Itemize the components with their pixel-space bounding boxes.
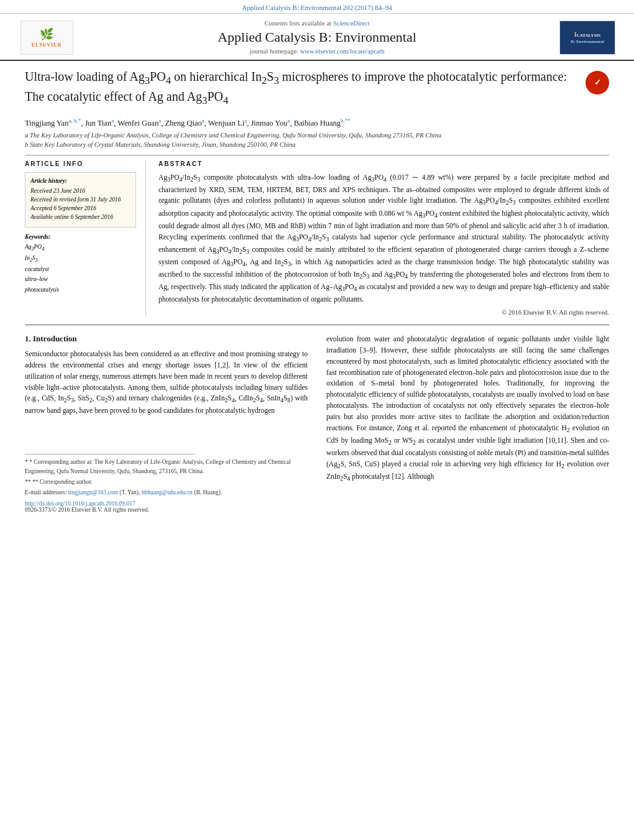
abstract-heading: ABSTRACT bbox=[158, 160, 609, 167]
crossmark-badge: ✓ bbox=[586, 71, 609, 95]
affil-1: a The Key Laboratory of Life-Organic Ana… bbox=[25, 131, 609, 141]
abstract-text: Ag3PO4/In2S3 composite photocatalysts wi… bbox=[158, 172, 609, 306]
email-2-link[interactable]: bhhuang@sdu.edu.cn bbox=[142, 489, 193, 496]
journal-logo: ICATALYSIS B: Environmental bbox=[559, 21, 615, 55]
available-online-date: Available online 6 September 2016 bbox=[30, 213, 131, 221]
footnote-1: * * Corresponding author at: The Key Lab… bbox=[25, 458, 308, 476]
header-center: Contents lists available at ScienceDirec… bbox=[75, 20, 559, 55]
intro-heading: 1. Introduction bbox=[25, 334, 308, 344]
elsevier-brand: ELSEVIER bbox=[32, 42, 62, 48]
kw-5: photocatalysis bbox=[25, 285, 136, 295]
homepage-link[interactable]: www.elsevier.com/locate/apcatb bbox=[300, 48, 385, 55]
intro-right-para: evolution from water and photocatalytic … bbox=[326, 334, 609, 484]
tree-icon: 🌿 bbox=[40, 27, 53, 41]
article-body-cols: ARTICLE INFO Article history: Received 2… bbox=[25, 160, 609, 316]
article-title: Ultra-low loading of Ag3PO4 on hierarchi… bbox=[25, 68, 586, 108]
top-banner: Applied Catalysis B: Environmental 202 (… bbox=[0, 0, 634, 14]
kw-2: In2S3 bbox=[25, 253, 136, 264]
journal-logo-label: ICATALYSIS bbox=[574, 31, 600, 38]
received-revised-date: Received in revised form 31 July 2016 bbox=[30, 195, 131, 204]
accepted-date: Accepted 6 September 2016 bbox=[30, 204, 131, 213]
intro-right-col: evolution from water and photocatalytic … bbox=[323, 334, 609, 513]
intro-left-col: 1. Introduction Semiconductor photocatal… bbox=[25, 334, 311, 513]
footnote-email: E-mail addresses: tingjiangn@163.com (T.… bbox=[25, 488, 308, 497]
footnotes-area: * * Corresponding author at: The Key Lab… bbox=[25, 454, 308, 513]
email-1-link[interactable]: tingjiangn@163.com bbox=[68, 489, 118, 496]
journal-homepage: journal homepage: www.elsevier.com/locat… bbox=[75, 48, 559, 55]
main-content: Ultra-low loading of Ag3PO4 on hierarchi… bbox=[0, 61, 634, 519]
affiliations: a The Key Laboratory of Life-Organic Ana… bbox=[25, 131, 609, 149]
authors-line: Tingjiang Yana, b,*, Jun Tiana, Wenfei G… bbox=[25, 118, 609, 128]
elsevier-logo: 🌿 ELSEVIER bbox=[19, 21, 75, 55]
section-divider bbox=[25, 325, 609, 325]
journal-header: 🌿 ELSEVIER Contents lists available at S… bbox=[0, 14, 634, 61]
article-info-col: ARTICLE INFO Article history: Received 2… bbox=[25, 160, 146, 316]
article-title-section: Ultra-low loading of Ag3PO4 on hierarchi… bbox=[25, 68, 609, 111]
intro-left-para: Semiconductor photocatalysis has been co… bbox=[25, 349, 308, 417]
copyright-line: © 2016 Elsevier B.V. All rights reserved… bbox=[158, 309, 609, 316]
kw-1: Ag3PO4 bbox=[25, 242, 136, 253]
received-date: Received 23 June 2016 bbox=[30, 187, 131, 195]
footnote-divider bbox=[25, 454, 195, 455]
journal-title: Applied Catalysis B: Environmental bbox=[75, 29, 559, 45]
kw-3: cocatalyst bbox=[25, 264, 136, 274]
article-history-box: Article history: Received 23 June 2016 R… bbox=[25, 172, 136, 228]
contents-line: Contents lists available at ScienceDirec… bbox=[75, 20, 559, 27]
history-heading: Article history: bbox=[30, 178, 131, 184]
kw-4: ultra–low bbox=[25, 274, 136, 284]
article-info-heading: ARTICLE INFO bbox=[25, 160, 136, 167]
doi-link[interactable]: http://dx.doi.org/10.1016/j.apcatb.2016.… bbox=[25, 501, 308, 507]
abstract-col: ABSTRACT Ag3PO4/In2S3 composite photocat… bbox=[158, 160, 609, 316]
journal-citation: Applied Catalysis B: Environmental 202 (… bbox=[242, 4, 392, 11]
keywords-heading: Keywords: bbox=[25, 234, 136, 240]
intro-section: 1. Introduction Semiconductor photocatal… bbox=[25, 334, 609, 513]
divider-1 bbox=[25, 155, 609, 155]
sciencedirect-link[interactable]: ScienceDirect bbox=[333, 20, 370, 27]
affil-2: b State Key Laboratory of Crystal Materi… bbox=[25, 141, 609, 150]
keywords-section: Keywords: Ag3PO4 In2S3 cocatalyst ultra–… bbox=[25, 234, 136, 295]
footnote-2: ** ** Corresponding author. bbox=[25, 478, 308, 486]
issn-line: 0926-3373/© 2016 Elsevier B.V. All right… bbox=[25, 507, 308, 513]
